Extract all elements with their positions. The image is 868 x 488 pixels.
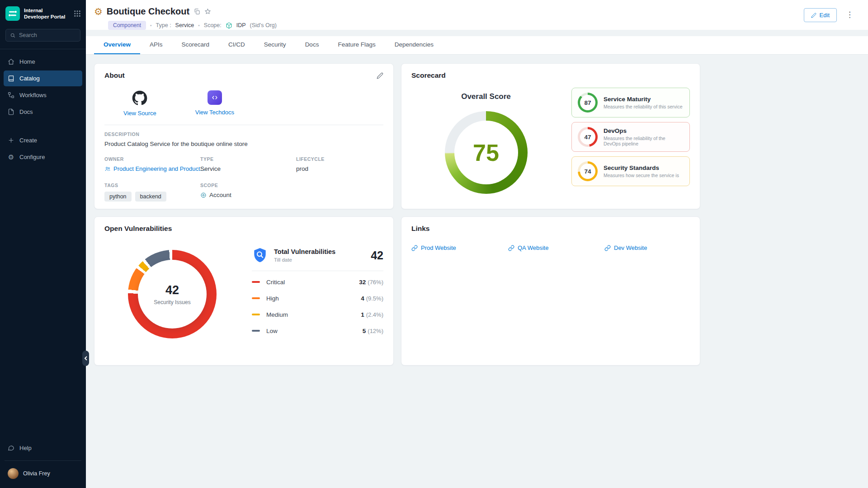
tab-feature-flags[interactable]: Feature Flags <box>328 36 385 54</box>
score-ring: 87 <box>578 93 598 113</box>
high-dash-icon <box>252 297 260 299</box>
scope-label: Scope: <box>204 22 222 28</box>
about-title: About <box>104 71 125 80</box>
sidebar-search[interactable] <box>5 29 80 42</box>
security-issues-label: Security Issues <box>154 299 190 305</box>
score-item-security-standards[interactable]: 74 Security Standards Measures how secur… <box>571 156 690 186</box>
tab-apis[interactable]: APIs <box>140 36 172 54</box>
severity-pct: (76%) <box>368 279 383 286</box>
user-menu[interactable]: Olivia Frey <box>4 465 82 482</box>
header-actions: Edit ⋮ <box>804 6 856 30</box>
app-root: Internal Developer Portal Home Catalog <box>0 0 868 488</box>
techdocs-icon <box>208 90 222 105</box>
sidebar-item-catalog[interactable]: Catalog <box>4 70 82 86</box>
book-icon <box>8 75 14 82</box>
sidebar-item-docs[interactable]: Docs <box>4 104 82 120</box>
plus-icon <box>8 137 14 144</box>
critical-dash-icon <box>252 281 260 283</box>
tab-docs[interactable]: Docs <box>296 36 329 54</box>
main-area: ⚙ Boutique Checkout Component • Type : S… <box>86 0 868 488</box>
link-qa-website[interactable]: QA Website <box>508 244 604 251</box>
severity-pct: (2.4%) <box>366 311 383 318</box>
scope-label: SCOPE <box>200 183 296 188</box>
tab-cicd[interactable]: CI/CD <box>219 36 255 54</box>
medium-dash-icon <box>252 314 260 315</box>
app-logo[interactable] <box>5 6 20 21</box>
lifecycle-value: prod <box>296 165 383 172</box>
tab-scorecard[interactable]: Scorecard <box>172 36 219 54</box>
total-vulnerabilities-row: Total Vulnerabilities Till date 42 <box>252 247 383 263</box>
tag-row: python backend <box>104 192 200 202</box>
severity-pct: (12%) <box>368 328 383 334</box>
chevron-left-icon <box>84 356 88 361</box>
tab-security[interactable]: Security <box>255 36 296 54</box>
type-label: Type : <box>156 22 171 28</box>
score-desc: Measures the reliability of the DevOps p… <box>604 136 684 146</box>
sidebar-item-home[interactable]: Home <box>4 54 82 70</box>
view-source-link[interactable]: View Source <box>123 110 156 117</box>
help-chat-icon <box>8 445 14 451</box>
content-grid: About View Source View Techdocs <box>86 55 868 488</box>
severity-count: 5 <box>363 328 366 334</box>
severity-count: 32 <box>359 279 366 286</box>
sidebar-item-create[interactable]: Create <box>4 132 82 148</box>
tab-overview[interactable]: Overview <box>94 36 140 54</box>
description-block: DESCRIPTION Product Catalog Service for … <box>104 131 383 147</box>
tag-python[interactable]: python <box>104 192 132 202</box>
tag-backend[interactable]: backend <box>135 192 166 202</box>
view-techdocs-block: View Techdocs <box>195 90 234 117</box>
star-icon[interactable] <box>204 8 211 15</box>
search-input[interactable] <box>19 32 69 38</box>
edit-button[interactable]: Edit <box>804 8 837 22</box>
scope-cube-icon <box>226 22 232 29</box>
scope-value: Account <box>209 192 231 198</box>
score-item-devops[interactable]: 47 DevOps Measures the reliability of th… <box>571 122 690 152</box>
page-header: ⚙ Boutique Checkout Component • Type : S… <box>86 0 868 30</box>
score-item-service-maturity[interactable]: 87 Service Maturity Measures the reliabi… <box>571 88 690 117</box>
score-texts: Service Maturity Measures the reliabilit… <box>604 96 683 109</box>
about-fields: OWNER Product Engineering and Product...… <box>104 156 383 202</box>
lifecycle-field: LIFECYCLE prod <box>296 156 383 172</box>
vulnerabilities-body: 42 Security Issues Total Vulnerabilities… <box>104 233 383 339</box>
link-icon <box>411 245 418 251</box>
link-label: Prod Website <box>421 244 456 251</box>
link-icon <box>604 245 611 251</box>
link-prod-website[interactable]: Prod Website <box>411 244 508 251</box>
app-switcher-icon[interactable] <box>73 9 81 18</box>
type-value: Service <box>200 165 296 172</box>
group-icon <box>104 166 111 172</box>
edit-about-icon[interactable] <box>377 72 383 79</box>
sidebar-item-workflows[interactable]: Workflows <box>4 87 82 103</box>
sidebar-item-configure[interactable]: ⚙ Configure <box>4 149 82 165</box>
score-value: 74 <box>578 161 598 181</box>
about-links: View Source View Techdocs <box>123 90 383 117</box>
overall-score-donut: 75 <box>445 111 528 194</box>
severity-pct: (9.5%) <box>366 295 383 302</box>
page-title: Boutique Checkout <box>107 6 189 17</box>
user-name: Olivia Frey <box>23 470 50 477</box>
link-dev-website[interactable]: Dev Website <box>604 244 690 251</box>
scope-field: SCOPE Account <box>200 183 296 202</box>
sidebar-logo-row: Internal Developer Portal <box>0 0 86 26</box>
sidebar-collapse-handle[interactable] <box>82 351 89 366</box>
breadcrumb: Component • Type : Service • Scope: IDP … <box>108 21 277 30</box>
type-value: Service <box>175 22 194 28</box>
severity-row-high: High 4 (9.5%) <box>252 290 383 306</box>
sidebar-item-label: Configure <box>19 154 45 160</box>
home-icon <box>8 58 14 65</box>
view-source-block: View Source <box>123 90 156 117</box>
copy-icon[interactable] <box>193 8 200 15</box>
sidebar-item-help[interactable]: Help <box>4 440 82 456</box>
more-options-icon[interactable]: ⋮ <box>843 8 856 21</box>
tab-dependencies[interactable]: Dependencies <box>385 36 443 54</box>
score-desc: Measures the reliability of this service <box>604 104 683 109</box>
links-title: Links <box>411 225 690 233</box>
owner-link[interactable]: Product Engineering and Product... <box>104 165 200 172</box>
overall-score-title: Overall Score <box>461 92 511 101</box>
sidebar-spacer <box>4 121 82 131</box>
score-ring: 47 <box>578 127 598 147</box>
score-name: Service Maturity <box>604 96 683 103</box>
vulnerabilities-divider <box>252 271 383 271</box>
sidebar-item-label: Help <box>19 445 32 451</box>
view-techdocs-link[interactable]: View Techdocs <box>195 109 234 116</box>
